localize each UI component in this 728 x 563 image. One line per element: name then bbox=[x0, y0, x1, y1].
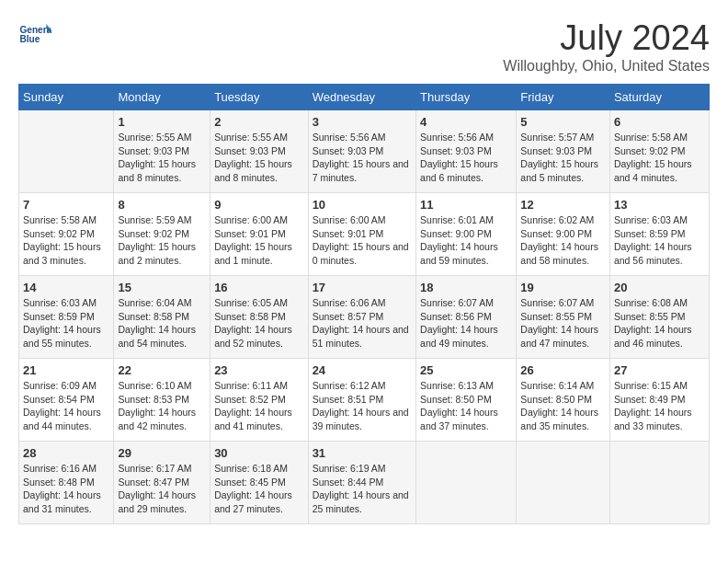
day-number: 31 bbox=[313, 446, 412, 460]
location-subtitle: Willoughby, Ohio, United States bbox=[503, 58, 710, 75]
day-info: Sunrise: 5:55 AMSunset: 9:03 PMDaylight:… bbox=[214, 132, 292, 183]
day-info: Sunrise: 5:59 AMSunset: 9:02 PMDaylight:… bbox=[118, 214, 196, 266]
calendar-cell: 3Sunrise: 5:56 AMSunset: 9:03 PMDaylight… bbox=[308, 110, 415, 193]
day-info: Sunrise: 6:15 AMSunset: 8:49 PMDaylight:… bbox=[614, 380, 692, 431]
day-number: 13 bbox=[614, 198, 705, 212]
calendar-cell: 17Sunrise: 6:06 AMSunset: 8:57 PMDayligh… bbox=[308, 276, 415, 359]
main-title: July 2024 bbox=[503, 18, 710, 58]
day-info: Sunrise: 6:02 AMSunset: 9:00 PMDaylight:… bbox=[520, 214, 598, 266]
page-header: General Blue July 2024 Willoughby, Ohio,… bbox=[18, 18, 710, 75]
calendar-cell: 7Sunrise: 5:58 AMSunset: 9:02 PMDaylight… bbox=[19, 193, 114, 276]
calendar-cell: 5Sunrise: 5:57 AMSunset: 9:03 PMDaylight… bbox=[517, 110, 610, 193]
calendar-cell: 14Sunrise: 6:03 AMSunset: 8:59 PMDayligh… bbox=[19, 276, 114, 359]
day-number: 23 bbox=[214, 363, 304, 377]
calendar-cell: 12Sunrise: 6:02 AMSunset: 9:00 PMDayligh… bbox=[517, 193, 610, 276]
day-info: Sunrise: 6:07 AMSunset: 8:55 PMDaylight:… bbox=[520, 297, 598, 349]
day-info: Sunrise: 5:57 AMSunset: 9:03 PMDaylight:… bbox=[520, 132, 598, 183]
day-number: 5 bbox=[520, 115, 606, 129]
day-info: Sunrise: 5:55 AMSunset: 9:03 PMDaylight:… bbox=[118, 132, 196, 183]
calendar-cell: 23Sunrise: 6:11 AMSunset: 8:52 PMDayligh… bbox=[210, 359, 309, 442]
week-row-3: 21Sunrise: 6:09 AMSunset: 8:54 PMDayligh… bbox=[19, 359, 710, 442]
calendar-cell: 15Sunrise: 6:04 AMSunset: 8:58 PMDayligh… bbox=[114, 276, 210, 359]
calendar-cell: 10Sunrise: 6:00 AMSunset: 9:01 PMDayligh… bbox=[308, 193, 415, 276]
day-number: 9 bbox=[214, 198, 304, 212]
calendar-cell: 2Sunrise: 5:55 AMSunset: 9:03 PMDaylight… bbox=[210, 110, 309, 193]
day-number: 29 bbox=[118, 446, 206, 460]
day-info: Sunrise: 6:01 AMSunset: 9:00 PMDaylight:… bbox=[420, 214, 498, 266]
calendar-cell: 9Sunrise: 6:00 AMSunset: 9:01 PMDaylight… bbox=[210, 193, 309, 276]
header-day-thursday: Thursday bbox=[416, 85, 517, 110]
day-number: 21 bbox=[23, 363, 109, 377]
day-number: 28 bbox=[23, 446, 109, 460]
calendar-cell: 29Sunrise: 6:17 AMSunset: 8:47 PMDayligh… bbox=[114, 442, 210, 524]
logo-icon: General Blue bbox=[18, 18, 51, 52]
calendar-cell: 27Sunrise: 6:15 AMSunset: 8:49 PMDayligh… bbox=[609, 359, 709, 442]
day-info: Sunrise: 6:03 AMSunset: 8:59 PMDaylight:… bbox=[23, 297, 101, 349]
day-number: 25 bbox=[420, 363, 512, 377]
header-day-wednesday: Wednesday bbox=[308, 85, 415, 110]
day-info: Sunrise: 6:09 AMSunset: 8:54 PMDaylight:… bbox=[23, 380, 101, 431]
day-number: 22 bbox=[118, 363, 206, 377]
day-number: 15 bbox=[118, 281, 206, 294]
week-row-1: 7Sunrise: 5:58 AMSunset: 9:02 PMDaylight… bbox=[19, 193, 710, 276]
calendar-cell: 1Sunrise: 5:55 AMSunset: 9:03 PMDaylight… bbox=[114, 110, 210, 193]
svg-text:Blue: Blue bbox=[19, 34, 40, 44]
day-number: 1 bbox=[118, 115, 206, 129]
day-number: 24 bbox=[313, 363, 412, 377]
day-info: Sunrise: 5:56 AMSunset: 9:03 PMDaylight:… bbox=[420, 132, 498, 183]
day-info: Sunrise: 6:05 AMSunset: 8:58 PMDaylight:… bbox=[214, 297, 292, 349]
day-number: 11 bbox=[420, 198, 512, 212]
day-info: Sunrise: 6:00 AMSunset: 9:01 PMDaylight:… bbox=[214, 214, 292, 266]
day-number: 18 bbox=[420, 281, 512, 294]
logo: General Blue bbox=[18, 18, 51, 52]
calendar-header: SundayMondayTuesdayWednesdayThursdayFrid… bbox=[19, 85, 710, 110]
header-day-tuesday: Tuesday bbox=[210, 85, 309, 110]
day-number: 26 bbox=[520, 363, 606, 377]
header-day-saturday: Saturday bbox=[609, 85, 709, 110]
day-info: Sunrise: 6:16 AMSunset: 8:48 PMDaylight:… bbox=[23, 463, 101, 514]
calendar-cell bbox=[517, 442, 610, 524]
calendar-cell: 31Sunrise: 6:19 AMSunset: 8:44 PMDayligh… bbox=[308, 442, 415, 524]
day-number: 16 bbox=[214, 281, 304, 294]
day-info: Sunrise: 6:10 AMSunset: 8:53 PMDaylight:… bbox=[118, 380, 196, 431]
day-number: 7 bbox=[23, 198, 109, 212]
day-info: Sunrise: 5:58 AMSunset: 9:02 PMDaylight:… bbox=[23, 214, 101, 266]
day-info: Sunrise: 6:13 AMSunset: 8:50 PMDaylight:… bbox=[420, 380, 498, 431]
day-number: 14 bbox=[23, 281, 109, 294]
day-number: 8 bbox=[118, 198, 206, 212]
calendar-cell: 18Sunrise: 6:07 AMSunset: 8:56 PMDayligh… bbox=[416, 276, 517, 359]
day-info: Sunrise: 6:03 AMSunset: 8:59 PMDaylight:… bbox=[614, 214, 692, 266]
calendar-cell: 22Sunrise: 6:10 AMSunset: 8:53 PMDayligh… bbox=[114, 359, 210, 442]
day-info: Sunrise: 6:19 AMSunset: 8:44 PMDaylight:… bbox=[313, 463, 409, 514]
day-number: 2 bbox=[214, 115, 304, 129]
calendar-cell: 20Sunrise: 6:08 AMSunset: 8:55 PMDayligh… bbox=[609, 276, 709, 359]
week-row-0: 1Sunrise: 5:55 AMSunset: 9:03 PMDaylight… bbox=[19, 110, 710, 193]
day-info: Sunrise: 6:00 AMSunset: 9:01 PMDaylight:… bbox=[313, 214, 409, 266]
week-row-2: 14Sunrise: 6:03 AMSunset: 8:59 PMDayligh… bbox=[19, 276, 710, 359]
calendar-cell: 13Sunrise: 6:03 AMSunset: 8:59 PMDayligh… bbox=[609, 193, 709, 276]
day-number: 20 bbox=[614, 281, 705, 294]
day-info: Sunrise: 6:06 AMSunset: 8:57 PMDaylight:… bbox=[313, 297, 409, 349]
week-row-4: 28Sunrise: 6:16 AMSunset: 8:48 PMDayligh… bbox=[19, 442, 710, 524]
calendar-cell: 8Sunrise: 5:59 AMSunset: 9:02 PMDaylight… bbox=[114, 193, 210, 276]
day-info: Sunrise: 6:04 AMSunset: 8:58 PMDaylight:… bbox=[118, 297, 196, 349]
calendar-body: 1Sunrise: 5:55 AMSunset: 9:03 PMDaylight… bbox=[19, 110, 710, 524]
calendar-cell: 16Sunrise: 6:05 AMSunset: 8:58 PMDayligh… bbox=[210, 276, 309, 359]
day-info: Sunrise: 5:58 AMSunset: 9:02 PMDaylight:… bbox=[614, 132, 692, 183]
day-number: 27 bbox=[614, 363, 705, 377]
day-number: 10 bbox=[313, 198, 412, 212]
day-info: Sunrise: 6:17 AMSunset: 8:47 PMDaylight:… bbox=[118, 463, 196, 514]
header-day-friday: Friday bbox=[517, 85, 610, 110]
calendar-cell: 28Sunrise: 6:16 AMSunset: 8:48 PMDayligh… bbox=[19, 442, 114, 524]
day-info: Sunrise: 6:18 AMSunset: 8:45 PMDaylight:… bbox=[214, 463, 292, 514]
day-number: 19 bbox=[520, 281, 606, 294]
calendar-cell bbox=[19, 110, 114, 193]
day-info: Sunrise: 6:12 AMSunset: 8:51 PMDaylight:… bbox=[313, 380, 409, 431]
calendar-table: SundayMondayTuesdayWednesdayThursdayFrid… bbox=[18, 84, 710, 524]
calendar-cell: 4Sunrise: 5:56 AMSunset: 9:03 PMDaylight… bbox=[416, 110, 517, 193]
day-number: 30 bbox=[214, 446, 304, 460]
day-info: Sunrise: 6:07 AMSunset: 8:56 PMDaylight:… bbox=[420, 297, 498, 349]
day-number: 3 bbox=[313, 115, 412, 129]
calendar-cell: 26Sunrise: 6:14 AMSunset: 8:50 PMDayligh… bbox=[517, 359, 610, 442]
day-info: Sunrise: 6:08 AMSunset: 8:55 PMDaylight:… bbox=[614, 297, 692, 349]
